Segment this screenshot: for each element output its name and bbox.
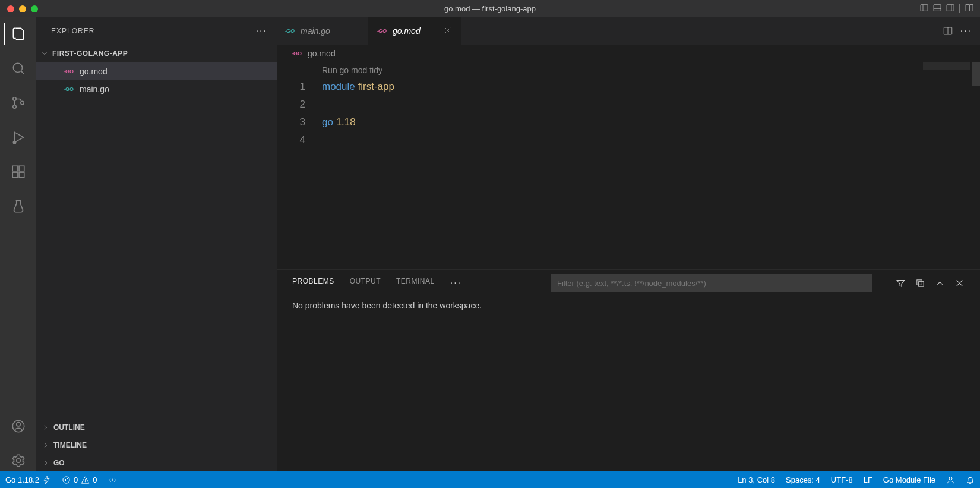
status-notifications[interactable] <box>960 471 980 488</box>
code-editor[interactable]: 1234 Run go mod tidymodule first-app go … <box>277 62 980 269</box>
svg-rect-17 <box>19 172 24 178</box>
svg-rect-6 <box>966 4 969 11</box>
window-maximize-icon[interactable] <box>31 5 38 12</box>
file-item-main-go[interactable]: GOmain.go <box>36 80 277 98</box>
breadcrumb-file: go.mod <box>308 49 336 58</box>
activity-settings[interactable] <box>4 450 32 471</box>
code-line-2[interactable] <box>322 96 973 114</box>
svg-point-12 <box>21 101 24 104</box>
activity-source-control[interactable] <box>4 92 32 114</box>
svg-rect-15 <box>12 166 18 171</box>
file-tree: GOgo.modGOmain.go <box>36 62 277 418</box>
svg-point-8 <box>13 63 22 72</box>
activity-accounts[interactable] <box>4 415 32 437</box>
editor-tabs: GOmain.goGOgo.mod··· <box>277 17 980 45</box>
svg-point-39 <box>112 479 113 481</box>
problems-filter-input[interactable] <box>551 274 872 292</box>
tab-main-go[interactable]: GOmain.go <box>277 17 369 45</box>
panel-tabs: PROBLEMSOUTPUTTERMINAL··· <box>277 270 980 296</box>
explorer-sidebar: EXPLORER ··· FIRST-GOLANG-APP GOgo.modGO… <box>36 17 277 471</box>
file-name: main.go <box>80 84 109 94</box>
tab-label: main.go <box>301 26 330 36</box>
svg-rect-2 <box>934 4 941 11</box>
status-problems[interactable]: 0 0 <box>56 471 102 488</box>
window-minimize-icon[interactable] <box>19 5 26 12</box>
chevron-up-icon[interactable] <box>935 278 945 288</box>
minimap-slider[interactable] <box>972 62 980 86</box>
svg-point-22 <box>17 459 21 463</box>
workspace-folder[interactable]: FIRST-GOLANG-APP <box>36 45 277 62</box>
svg-rect-16 <box>12 172 18 178</box>
chevron-right-icon <box>42 441 50 449</box>
svg-point-10 <box>13 97 16 100</box>
go-file-icon: GO <box>64 68 75 75</box>
svg-point-40 <box>949 477 952 480</box>
warning-icon <box>81 476 90 484</box>
codelens-run-tidy[interactable]: Run go mod tidy <box>322 62 973 78</box>
status-go-version[interactable]: Go 1.18.2 <box>0 471 56 488</box>
activity-extensions[interactable] <box>4 161 32 182</box>
titlebar: go.mod — first-golang-app | <box>0 0 980 17</box>
svg-rect-31 <box>919 281 924 286</box>
status-cursor[interactable]: Ln 3, Col 8 <box>732 471 780 488</box>
code-lines[interactable]: Run go mod tidymodule first-app go 1.18 <box>322 62 980 269</box>
close-tab-icon[interactable] <box>444 26 452 36</box>
panel-tab-problems[interactable]: PROBLEMS <box>292 277 334 289</box>
breadcrumb[interactable]: GO go.mod <box>277 45 980 62</box>
activity-explorer[interactable] <box>4 23 32 45</box>
status-language[interactable]: Go Module File <box>878 471 941 488</box>
status-encoding[interactable]: UTF-8 <box>826 471 858 488</box>
activity-search[interactable] <box>4 58 32 79</box>
svg-rect-7 <box>970 4 973 11</box>
status-live-share[interactable] <box>103 471 122 488</box>
editor-group: GOmain.goGOgo.mod··· GO go.mod 1234 Run … <box>277 17 980 471</box>
code-line-1[interactable]: module first-app <box>322 78 973 96</box>
tab-go-mod[interactable]: GOgo.mod <box>369 17 461 45</box>
lightning-icon <box>42 476 51 484</box>
sidebar-section-timeline[interactable]: TIMELINE <box>36 436 277 454</box>
sidebar-section-go[interactable]: GO <box>36 454 277 471</box>
tab-label: go.mod <box>393 26 421 36</box>
layout-controls: | <box>919 3 980 15</box>
chevron-right-icon <box>42 459 50 467</box>
svg-point-11 <box>13 105 16 108</box>
workspace-folder-name: FIRST-GOLANG-APP <box>52 49 128 58</box>
toggle-panel-left-icon[interactable] <box>919 3 929 15</box>
sidebar-section-outline[interactable]: OUTLINE <box>36 418 277 436</box>
activity-testing[interactable] <box>4 196 32 217</box>
explorer-title: EXPLORER <box>51 27 94 35</box>
activity-run-debug[interactable] <box>4 127 32 148</box>
code-line-4[interactable] <box>322 131 973 149</box>
svg-marker-29 <box>897 280 905 286</box>
go-file-icon: GO <box>377 27 388 34</box>
toggle-panel-bottom-icon[interactable] <box>932 3 942 15</box>
filter-icon[interactable] <box>896 278 906 288</box>
split-editor-icon[interactable] <box>943 26 953 36</box>
file-item-go-mod[interactable]: GOgo.mod <box>36 62 277 80</box>
close-panel-icon[interactable] <box>954 278 965 288</box>
feedback-icon <box>946 476 955 484</box>
explorer-more-icon[interactable]: ··· <box>256 26 267 36</box>
broadcast-icon <box>108 476 117 484</box>
panel-tab-terminal[interactable]: TERMINAL <box>396 277 435 289</box>
status-eol[interactable]: LF <box>858 471 878 488</box>
chevron-down-icon <box>40 49 49 58</box>
toggle-panel-right-icon[interactable] <box>946 3 955 15</box>
activity-bar <box>0 17 36 471</box>
svg-rect-0 <box>921 4 928 11</box>
customize-layout-icon[interactable] <box>965 3 974 15</box>
panel-tab-output[interactable]: OUTPUT <box>350 277 381 289</box>
minimap[interactable] <box>923 62 980 269</box>
status-indent[interactable]: Spaces: 4 <box>780 471 826 488</box>
problems-message: No problems have been detected in the wo… <box>277 296 980 315</box>
svg-marker-13 <box>15 132 24 142</box>
svg-point-21 <box>17 423 21 427</box>
window-controls <box>0 5 38 12</box>
tab-more-icon[interactable]: ··· <box>960 26 972 36</box>
status-feedback[interactable] <box>941 471 960 488</box>
panel-more-icon[interactable]: ··· <box>450 278 461 288</box>
code-line-3[interactable]: go 1.18 <box>322 114 973 131</box>
window-close-icon[interactable] <box>7 5 14 12</box>
go-file-icon: GO <box>285 27 296 34</box>
collapse-all-icon[interactable] <box>915 278 925 288</box>
